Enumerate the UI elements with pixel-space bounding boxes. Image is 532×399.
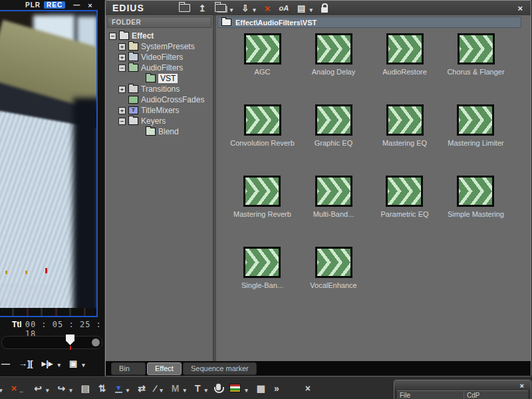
track-layers-icon[interactable] <box>229 384 241 392</box>
effect-item[interactable]: Convolution Reverb <box>230 104 295 176</box>
expand-toggle-icon[interactable]: + <box>118 43 126 51</box>
playhead-marker[interactable] <box>66 334 74 345</box>
tree-item-effect[interactable]: − Effect <box>106 31 213 41</box>
effect-item[interactable]: Graphic EQ <box>315 104 352 176</box>
tree-item-systempresets[interactable]: + SystemPresets <box>106 41 213 52</box>
effect-item[interactable]: Mastering Reverb <box>233 176 291 247</box>
delete-icon[interactable]: × <box>265 3 271 14</box>
effect-item[interactable]: Multi-Band... <box>313 176 354 247</box>
grid-view-icon[interactable]: ▦ <box>257 383 265 394</box>
folder-icon <box>128 117 138 125</box>
effect-item[interactable]: Mastering Limiter <box>448 104 503 176</box>
swap-vertical-icon[interactable]: ⇅ <box>98 383 106 394</box>
close-toolbar-icon[interactable]: × <box>305 383 311 394</box>
tree-item-audiocrossfades[interactable]: AudioCrossFades <box>106 94 213 105</box>
view-mode-icon[interactable]: ▤ <box>297 3 305 13</box>
expand-toggle-icon[interactable]: + <box>118 86 126 93</box>
player-titlebar: PLR REC — × <box>0 0 104 10</box>
folder-tree: − Effect + SystemPresets + <box>106 31 213 137</box>
expand-toggle-icon[interactable]: + <box>118 54 126 61</box>
dropdown-icon[interactable]: ▾ <box>245 387 248 394</box>
expand-toggle-icon[interactable]: + <box>118 107 126 114</box>
more-tools-icon[interactable]: » <box>274 383 279 394</box>
palette-toolbar: ↥ ▾ ⇩ ▾ × oA ▤ ▾ <box>179 3 328 14</box>
tree-item-label: VST <box>158 74 178 83</box>
insert-to-timeline-icon[interactable]: →][ <box>19 358 33 368</box>
voiceover-mic-icon[interactable] <box>216 384 221 390</box>
dropdown-icon[interactable]: ▾ <box>184 387 187 394</box>
swap-horizontal-icon[interactable]: ⇄ <box>138 383 146 394</box>
dropdown-icon[interactable]: ▾ <box>57 362 61 368</box>
add-cut-point-icon[interactable]: ▼ <box>115 384 122 393</box>
bin-column-header[interactable]: CdP <box>464 391 479 399</box>
mark-dash-icon[interactable]: — <box>1 358 10 368</box>
marker-icon[interactable]: M <box>172 383 180 394</box>
scrub-slider[interactable] <box>1 336 102 349</box>
close-icon[interactable]: × <box>520 382 524 390</box>
rec-mode-button[interactable]: REC <box>44 1 65 9</box>
effect-label: AGC <box>255 68 271 76</box>
tree-item-label: VideoFilters <box>141 53 183 62</box>
export-icon[interactable]: ▣ <box>69 358 77 368</box>
effect-item[interactable]: Mastering EQ <box>382 104 427 176</box>
dropdown-icon[interactable]: ▾ <box>126 387 130 394</box>
dropdown-icon[interactable]: ▾ <box>230 7 233 13</box>
dropdown-icon[interactable]: ▾ <box>46 387 49 394</box>
slider-endcap <box>92 338 100 346</box>
tree-item-label: Blend <box>158 127 179 136</box>
dropdown-icon[interactable]: ▾ <box>160 387 163 394</box>
dropdown-icon[interactable]: ▾ <box>205 387 208 394</box>
effect-item[interactable]: Chorus & Flanger <box>447 33 504 104</box>
play-around-cut-icon[interactable]: ▸|▸ <box>42 358 53 368</box>
folder-icon: T <box>128 106 138 114</box>
tree-item-blend[interactable]: Blend <box>106 126 213 137</box>
tree-item-titlemixers[interactable]: + T TitleMixers <box>106 105 213 116</box>
title-tool-icon[interactable]: T <box>195 383 201 394</box>
video-marker-dot <box>45 268 47 273</box>
tab-sequence-marker[interactable]: Sequence marker <box>183 362 257 375</box>
move-to-folder-icon[interactable] <box>215 4 226 12</box>
effect-thumbnail-icon <box>243 247 281 278</box>
minimize-icon[interactable]: — <box>73 1 80 9</box>
effect-item[interactable]: Single-Ban... <box>241 247 283 318</box>
expand-toggle-icon[interactable]: − <box>109 33 116 40</box>
tree-item-keyers[interactable]: − Keyers <box>106 116 213 126</box>
close-icon[interactable]: × <box>517 3 523 13</box>
close-icon[interactable]: × <box>88 1 92 9</box>
tree-item-vst[interactable]: VST <box>106 73 213 84</box>
effect-item[interactable]: Parametric EQ <box>380 176 428 247</box>
expand-toggle-icon[interactable]: − <box>118 65 126 72</box>
effect-thumbnail-icon <box>315 247 352 278</box>
dropdown-icon[interactable]: ▾ <box>0 387 3 394</box>
tab-effect[interactable]: Effect <box>147 362 182 375</box>
effect-item[interactable]: AGC <box>244 33 281 104</box>
undo-icon[interactable]: ↩ <box>34 383 42 394</box>
ripple-arrow-icon[interactable]: ← <box>19 387 25 394</box>
search-icon[interactable]: oA <box>279 4 289 12</box>
dropdown-icon[interactable]: ▾ <box>82 362 85 368</box>
new-folder-icon[interactable] <box>179 4 190 12</box>
effect-item[interactable]: Analog Delay <box>312 33 355 104</box>
plr-mode-button[interactable]: PLR <box>25 1 41 9</box>
tree-item-videofilters[interactable]: + VideoFilters <box>106 52 213 63</box>
redo-icon[interactable]: ↪ <box>58 383 66 394</box>
effect-thumbnail-icon <box>386 176 423 207</box>
dropdown-icon[interactable]: ▾ <box>253 7 256 13</box>
tab-bin[interactable]: Bin <box>111 362 146 375</box>
dropdown-icon[interactable]: ▾ <box>69 387 72 394</box>
lock-icon[interactable] <box>321 7 328 13</box>
effect-item[interactable]: AudioRestore <box>382 33 427 104</box>
tree-item-audiofilters[interactable]: − AudioFilters <box>106 63 213 73</box>
effect-item[interactable]: VocalEnhance <box>310 247 356 318</box>
bin-column-header[interactable]: File <box>397 391 464 399</box>
open-project-icon[interactable]: ▤ <box>81 383 90 394</box>
up-folder-icon[interactable]: ↥ <box>199 3 206 13</box>
expand-toggle-icon[interactable]: − <box>118 118 126 125</box>
trim-icon[interactable]: ∕ <box>154 383 156 394</box>
tree-item-transitions[interactable]: + Transitions <box>106 84 213 94</box>
delete-clip-icon[interactable]: × <box>11 382 17 394</box>
effect-item[interactable]: Simple Mastering <box>448 176 504 247</box>
add-to-timeline-icon[interactable]: ⇩ <box>241 3 249 13</box>
dropdown-icon[interactable]: ▾ <box>309 7 313 13</box>
folder-icon <box>128 43 138 51</box>
